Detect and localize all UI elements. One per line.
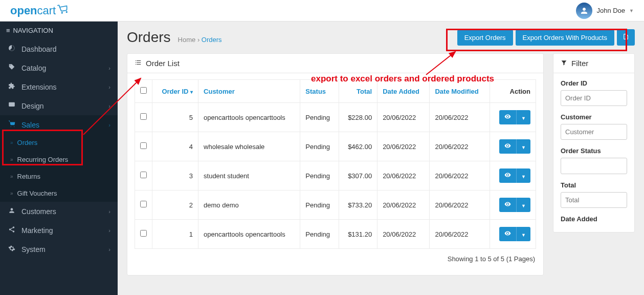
cell-status: Pending	[300, 220, 339, 249]
chevron-right-icon: ›	[108, 227, 110, 234]
user-menu[interactable]: John Doe ▼	[576, 3, 634, 19]
nav-dashboard[interactable]: Dashboard	[0, 39, 118, 58]
filter-total-label: Total	[561, 181, 627, 189]
panel-title: Order List	[146, 59, 180, 68]
cell-customer: wholesale wholesale	[198, 132, 300, 161]
bullet-icon: »	[10, 140, 13, 145]
nav-sales-orders[interactable]: » Orders	[0, 134, 118, 151]
filter-title: Filter	[571, 59, 588, 68]
filter-panel: Filter Order ID Customer Order Status	[553, 53, 635, 233]
cell-status: Pending	[300, 132, 339, 161]
col-order-id[interactable]: Order ID ▾	[152, 80, 198, 103]
cell-customer: student student	[198, 161, 300, 191]
action-dropdown-button[interactable]: ▼	[516, 168, 530, 183]
cell-total: $733.20	[339, 191, 377, 220]
breadcrumb-current[interactable]: Orders	[202, 36, 222, 44]
nav-label: Design	[21, 102, 44, 110]
caret-down-icon: ▼	[521, 116, 526, 121]
caret-down-icon: ▼	[521, 174, 526, 179]
export-orders-products-button[interactable]: Export Orders With Products	[516, 30, 614, 46]
row-checkbox[interactable]	[140, 201, 147, 207]
cell-date-modified: 20/06/2022	[430, 161, 490, 191]
filter-total-input[interactable]	[561, 192, 627, 208]
cell-status: Pending	[300, 191, 339, 220]
col-status[interactable]: Status	[300, 80, 339, 103]
cell-date-modified: 20/06/2022	[430, 103, 490, 132]
action-dropdown-button[interactable]: ▼	[516, 227, 530, 241]
nav-marketing[interactable]: Marketing ›	[0, 221, 118, 240]
col-date-modified[interactable]: Date Modified	[430, 80, 490, 103]
row-checkbox[interactable]	[140, 113, 147, 120]
row-checkbox[interactable]	[140, 172, 147, 178]
view-button[interactable]	[499, 139, 516, 154]
cell-date-added: 20/06/2022	[377, 161, 430, 191]
menu-icon: ≡	[6, 27, 10, 34]
table-row: 4wholesale wholesalePending$462.0020/06/…	[135, 132, 536, 161]
filter-customer-input[interactable]	[561, 124, 627, 140]
svg-point-4	[14, 127, 14, 127]
nav-sales-returns[interactable]: » Returns	[0, 168, 118, 185]
svg-point-5	[13, 226, 15, 228]
cell-total: $131.20	[339, 220, 377, 249]
breadcrumb-home[interactable]: Home	[178, 36, 196, 44]
order-list-panel: Order List Order ID ▾ Customer Status To…	[127, 53, 544, 276]
eye-icon	[504, 201, 511, 207]
row-checkbox[interactable]	[140, 142, 147, 149]
action-dropdown-button[interactable]: ▼	[516, 110, 530, 124]
bullet-icon: »	[10, 174, 13, 179]
gear-icon	[7, 245, 16, 254]
table-row: 2demo demoPending$733.2020/06/202220/06/…	[135, 191, 536, 220]
svg-point-7	[13, 230, 15, 233]
cell-date-added: 20/06/2022	[377, 191, 430, 220]
avatar	[576, 3, 592, 19]
breadcrumb-sep: ›	[197, 36, 202, 44]
nav-label: Extensions	[21, 83, 56, 91]
svg-point-0	[62, 12, 63, 13]
logo-text-b: cart	[37, 4, 56, 17]
eye-icon	[504, 142, 511, 149]
logo-text-a: open	[10, 4, 37, 17]
view-button[interactable]	[499, 198, 516, 212]
filter-status-select[interactable]	[561, 158, 627, 174]
cell-date-added: 20/06/2022	[377, 220, 430, 249]
tag-icon	[7, 64, 16, 72]
nav-catalog[interactable]: Catalog ›	[0, 58, 118, 77]
select-all-checkbox[interactable]	[140, 87, 147, 94]
row-checkbox[interactable]	[140, 230, 147, 237]
col-customer[interactable]: Customer	[198, 80, 300, 103]
nav-label: Dashboard	[21, 45, 57, 53]
nav-sales[interactable]: Sales ›	[0, 115, 118, 134]
nav-label: Customers	[21, 207, 56, 216]
export-orders-button[interactable]: Export Orders	[457, 30, 513, 46]
nav-customers[interactable]: Customers ›	[0, 202, 118, 221]
dashboard-icon	[7, 45, 16, 53]
nav-sales-recurring[interactable]: » Recurring Orders	[0, 151, 118, 168]
nav-extensions[interactable]: Extensions ›	[0, 77, 118, 96]
filter-customer-label: Customer	[561, 113, 627, 121]
view-button[interactable]	[499, 168, 516, 183]
chevron-right-icon: ›	[108, 65, 110, 71]
view-button[interactable]	[499, 110, 516, 124]
logo[interactable]: opencart	[10, 4, 68, 17]
view-button[interactable]	[499, 227, 516, 241]
nav-sales-vouchers[interactable]: » Gift Vouchers	[0, 185, 118, 202]
nav-design[interactable]: Design ›	[0, 96, 118, 115]
cell-order-id: 2	[152, 191, 198, 220]
nav-sub-label: Recurring Orders	[17, 156, 69, 163]
invoice-button[interactable]	[617, 29, 635, 46]
document-icon	[623, 33, 629, 40]
action-dropdown-button[interactable]: ▼	[516, 139, 530, 154]
cell-date-added: 20/06/2022	[377, 132, 430, 161]
cell-order-id: 5	[152, 103, 198, 132]
action-dropdown-button[interactable]: ▼	[516, 198, 530, 212]
nav-system[interactable]: System ›	[0, 240, 118, 259]
col-date-added[interactable]: Date Added	[377, 80, 430, 103]
filter-order-id-input[interactable]	[561, 90, 627, 106]
cell-date-modified: 20/06/2022	[430, 220, 490, 249]
cell-status: Pending	[300, 103, 339, 132]
nav-label: Catalog	[21, 64, 46, 72]
nav-label: NAVIGATION	[13, 27, 53, 34]
col-total[interactable]: Total	[339, 80, 377, 103]
chevron-right-icon: ›	[108, 122, 110, 128]
cart-icon	[57, 3, 69, 17]
